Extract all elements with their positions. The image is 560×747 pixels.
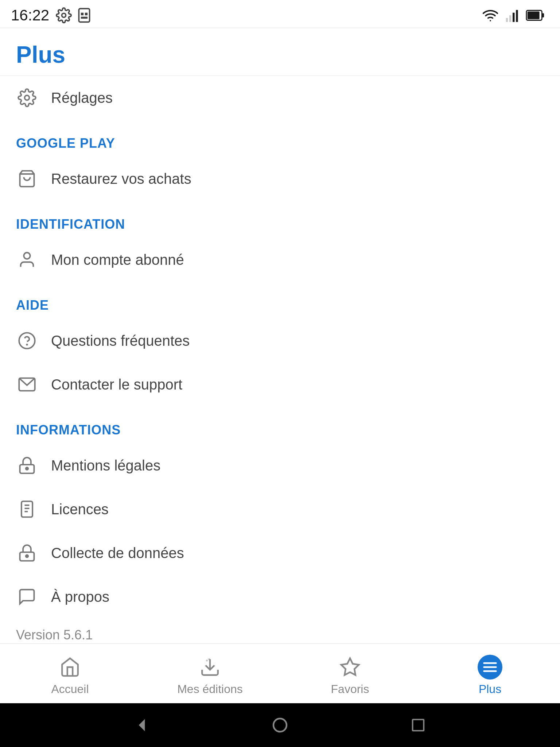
menu-item-faq[interactable]: Questions fréquentes — [0, 319, 560, 363]
faq-label: Questions fréquentes — [51, 333, 190, 349]
page-title: Plus — [0, 28, 560, 76]
menu-item-apropos[interactable]: À propos — [0, 575, 560, 619]
svg-point-12 — [25, 96, 30, 100]
bag-icon — [16, 168, 38, 190]
version-text: Version 5.6.1 — [0, 619, 560, 643]
svg-rect-8 — [516, 10, 518, 22]
person-icon — [16, 249, 38, 271]
section-google-play: GOOGLE PLAY — [0, 120, 560, 157]
question-icon — [16, 330, 38, 352]
wifi-icon — [481, 7, 499, 23]
svg-rect-7 — [513, 13, 515, 22]
menu-item-collecte[interactable]: Collecte de données — [0, 531, 560, 575]
data-lock-icon — [16, 542, 38, 564]
nav-item-mes-editions[interactable]: Mes éditions — [140, 651, 280, 700]
sim-status-icon — [76, 7, 92, 23]
signal-icon — [505, 7, 521, 23]
menu-item-support[interactable]: Contacter le support — [0, 363, 560, 406]
nav-item-accueil[interactable]: Accueil — [0, 651, 140, 700]
svg-point-32 — [273, 719, 287, 732]
main-content: Plus Réglages GOOGLE PLAY Restaurez vos … — [0, 28, 560, 643]
back-button[interactable] — [131, 714, 153, 736]
svg-point-19 — [26, 467, 28, 470]
svg-rect-1 — [79, 9, 89, 22]
svg-rect-20 — [22, 501, 32, 517]
support-label: Contacter le support — [51, 376, 182, 393]
svg-point-15 — [19, 333, 35, 348]
star-icon — [338, 655, 362, 680]
accueil-label: Accueil — [51, 682, 89, 696]
svg-point-0 — [62, 13, 66, 18]
bottom-nav: Accueil Mes éditions Favoris — [0, 643, 560, 703]
menu-item-licences[interactable]: Licences — [0, 487, 560, 531]
svg-point-25 — [26, 555, 28, 557]
svg-rect-6 — [509, 15, 512, 22]
status-time: 16:22 — [11, 7, 49, 24]
section-informations: INFORMATIONS — [0, 406, 560, 444]
svg-marker-27 — [341, 658, 359, 675]
menu-item-reglages[interactable]: Réglages — [0, 76, 560, 120]
mail-icon — [16, 374, 38, 395]
nav-item-favoris[interactable]: Favoris — [280, 651, 420, 700]
collecte-label: Collecte de données — [51, 545, 184, 561]
recents-button[interactable] — [407, 714, 429, 736]
gear-icon — [16, 87, 38, 109]
status-bar: 16:22 — [0, 0, 560, 28]
reglages-label: Réglages — [51, 90, 113, 106]
download-icon — [198, 655, 222, 680]
plus-label: Plus — [479, 682, 501, 696]
section-aide: AIDE — [0, 282, 560, 319]
home-button[interactable] — [269, 714, 291, 736]
svg-point-14 — [24, 253, 30, 259]
battery-icon — [526, 7, 545, 23]
svg-rect-10 — [528, 11, 540, 19]
svg-rect-33 — [412, 720, 424, 731]
svg-rect-4 — [81, 17, 88, 19]
svg-rect-2 — [81, 13, 83, 15]
svg-marker-31 — [139, 719, 145, 731]
svg-rect-3 — [85, 13, 88, 15]
compte-label: Mon compte abonné — [51, 252, 184, 268]
settings-status-icon — [56, 7, 72, 23]
android-nav — [0, 703, 560, 747]
mes-editions-label: Mes éditions — [177, 682, 243, 696]
home-icon — [58, 655, 82, 680]
lock-badge-icon — [16, 454, 38, 476]
restaurez-label: Restaurez vos achats — [51, 171, 191, 187]
svg-rect-11 — [542, 13, 544, 18]
mentions-label: Mentions légales — [51, 457, 160, 474]
apropos-label: À propos — [51, 589, 109, 605]
section-identification: IDENTIFICATION — [0, 201, 560, 238]
menu-item-mentions[interactable]: Mentions légales — [0, 444, 560, 487]
svg-rect-5 — [506, 18, 508, 22]
menu-item-restaurez[interactable]: Restaurez vos achats — [0, 157, 560, 201]
plus-active-icon — [478, 655, 502, 680]
favoris-label: Favoris — [331, 682, 369, 696]
licences-label: Licences — [51, 501, 109, 518]
nav-item-plus[interactable]: Plus — [420, 651, 560, 700]
menu-item-compte[interactable]: Mon compte abonné — [0, 238, 560, 282]
list-icon — [16, 498, 38, 520]
chat-icon — [16, 586, 38, 608]
